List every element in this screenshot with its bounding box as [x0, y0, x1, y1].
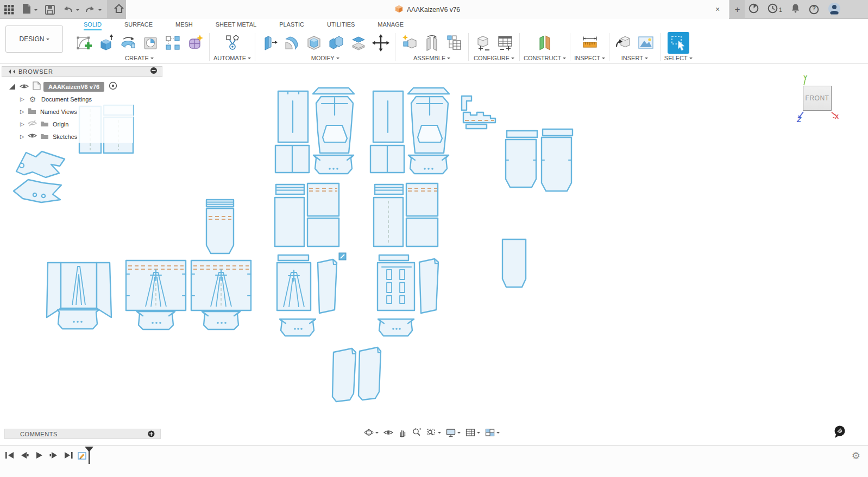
visibility-eye-icon[interactable]	[28, 132, 37, 142]
configure-group-label[interactable]: CONFIGURE	[474, 55, 514, 61]
tree-row-named-views[interactable]: ▷ Named Views	[2, 105, 133, 118]
activate-component-radio[interactable]	[109, 81, 117, 92]
sketch-panel-5[interactable]	[378, 255, 438, 313]
measure-button[interactable]	[580, 31, 600, 54]
automate-button[interactable]	[222, 31, 243, 54]
tree-row-sketches[interactable]: ▷ Sketches	[2, 130, 133, 143]
design-workspace-menu[interactable]: DESIGN	[5, 26, 63, 53]
grid-snaps-button[interactable]	[464, 428, 481, 437]
settings-gear-icon[interactable]: ⚙	[852, 450, 860, 462]
sketch-panel-2[interactable]	[126, 260, 186, 329]
assemble-group-label[interactable]: ASSEMBLE	[413, 55, 450, 61]
expand-arrow-icon[interactable]: ▷	[20, 121, 28, 127]
configure-button[interactable]	[473, 31, 493, 54]
sketch-stepped-pieces[interactable]	[462, 96, 495, 129]
configuration-table-button[interactable]	[495, 31, 515, 54]
sketch-panel-4[interactable]	[277, 253, 346, 313]
combine-button[interactable]	[326, 31, 347, 54]
fillet-button[interactable]	[281, 31, 302, 54]
sketch-skirt-c[interactable]	[280, 319, 316, 336]
tree-row-origin[interactable]: ▷ Origin	[2, 118, 133, 130]
save-icon[interactable]	[43, 3, 57, 17]
hole-button[interactable]	[140, 31, 161, 54]
tree-row-root[interactable]: AAAKaizenV6 v76	[2, 80, 144, 93]
tab-surface[interactable]: SURFACE	[113, 19, 164, 30]
orbit-button[interactable]	[363, 427, 380, 438]
create-group-label[interactable]: CREATE	[125, 55, 154, 61]
insert-derive-button[interactable]	[613, 31, 634, 54]
expand-arrow-icon[interactable]: ▷	[20, 96, 28, 102]
sketch-panel-1[interactable]	[47, 263, 111, 329]
tab-utilities[interactable]: UTILITIES	[316, 19, 366, 30]
timeline-skip-start-button[interactable]	[4, 450, 15, 460]
insert-group-label[interactable]: INSERT	[621, 55, 648, 61]
visibility-eye-icon[interactable]	[20, 82, 29, 92]
select-group-label[interactable]: SELECT	[664, 55, 693, 61]
feedback-bubble-icon[interactable]	[834, 425, 846, 441]
expand-arrow-icon[interactable]: ▷	[20, 109, 28, 115]
sketch-cluster-d[interactable]	[374, 183, 438, 246]
inspect-group-label[interactable]: INSPECT	[574, 55, 605, 61]
move-copy-button[interactable]	[370, 31, 391, 54]
press-pull-button[interactable]	[259, 31, 280, 54]
joint-button[interactable]	[422, 31, 442, 54]
tab-manage[interactable]: MANAGE	[366, 19, 415, 30]
timeline-position-marker[interactable]	[84, 447, 94, 466]
automate-group-label[interactable]: AUTOMATE	[213, 55, 251, 61]
comments-bar[interactable]: COMMENTS	[4, 429, 161, 439]
extrude-button[interactable]	[96, 31, 116, 54]
modify-group-label[interactable]: MODIFY	[311, 55, 339, 61]
pattern-button[interactable]	[162, 31, 183, 54]
tab-plastic[interactable]: PLASTIC	[268, 19, 316, 30]
sketch-right-middle-tall[interactable]	[502, 239, 526, 287]
look-at-button[interactable]	[382, 428, 394, 437]
sketch-cluster-b[interactable]	[370, 88, 449, 174]
display-settings-button[interactable]	[445, 428, 462, 438]
tab-mesh[interactable]: MESH	[164, 19, 204, 30]
tab-sheet-metal[interactable]: SHEET METAL	[204, 19, 268, 30]
help-icon[interactable]: ?	[809, 4, 819, 15]
collapse-browser-icon[interactable]	[7, 69, 15, 74]
expand-arrow-icon[interactable]: ▷	[20, 133, 28, 139]
collapse-tree-icon[interactable]	[150, 67, 158, 77]
sketch-left-middle-tall[interactable]	[206, 200, 234, 253]
new-component-button[interactable]	[399, 31, 420, 54]
construct-group-label[interactable]: CONSTRUCT	[524, 55, 566, 61]
timeline-skip-end-button[interactable]	[63, 450, 74, 460]
component-pattern-table-button[interactable]	[444, 31, 464, 54]
timeline-step-forward-button[interactable]	[48, 450, 59, 460]
shell-button[interactable]	[304, 31, 324, 54]
sketch-panel-3[interactable]	[191, 260, 251, 329]
browser-header[interactable]: BROWSER	[2, 66, 162, 77]
sketch-cluster-a[interactable]	[275, 88, 354, 174]
create-form-button[interactable]	[185, 31, 205, 54]
timeline-step-back-button[interactable]	[19, 450, 30, 460]
file-menu-button[interactable]	[22, 3, 37, 16]
timeline-play-button[interactable]	[34, 450, 45, 460]
notifications-bell-icon[interactable]	[791, 3, 800, 16]
add-comment-icon[interactable]	[148, 430, 155, 437]
create-sketch-button[interactable]	[73, 31, 94, 54]
viewcube-front-face[interactable]: FRONT	[803, 86, 832, 111]
redo-button[interactable]	[85, 4, 102, 16]
tree-row-document-settings[interactable]: ▷ ⚙ Document Settings	[2, 93, 133, 105]
root-component-label[interactable]: AAAKaizenV6 v76	[43, 82, 104, 92]
design-canvas[interactable]: BROWSER AAAKaizenV6 v76 ▷ ⚙ Document Set…	[0, 65, 868, 445]
fit-button[interactable]	[425, 428, 442, 437]
sketch-right-pair[interactable]	[506, 129, 573, 191]
extensions-icon[interactable]	[749, 3, 759, 16]
viewcube[interactable]: Y FRONT -X Z	[797, 74, 862, 129]
undo-button[interactable]	[62, 4, 79, 16]
sketch-cluster-c[interactable]	[275, 183, 339, 246]
viewports-button[interactable]	[484, 428, 501, 437]
app-grid-icon[interactable]	[2, 3, 16, 17]
document-tab[interactable]: AAAKaizenV6 v76 ×	[126, 0, 729, 19]
tab-solid[interactable]: SOLID	[72, 19, 113, 30]
pan-button[interactable]	[397, 428, 408, 438]
revolve-button[interactable]	[118, 31, 139, 54]
select-button[interactable]	[668, 32, 689, 54]
new-tab-button[interactable]: +	[730, 0, 745, 19]
expand-root-icon[interactable]	[9, 84, 15, 90]
close-tab-icon[interactable]: ×	[713, 4, 722, 14]
offset-face-button[interactable]	[348, 31, 369, 54]
